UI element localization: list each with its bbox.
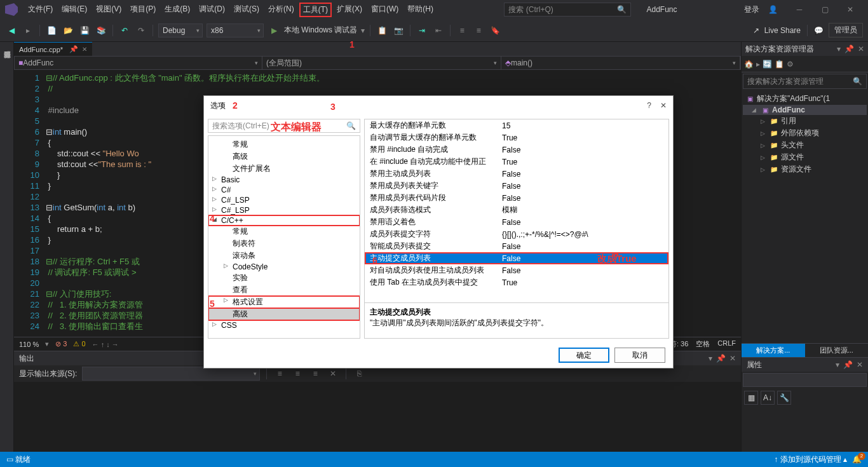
- new-project-button[interactable]: 📄: [45, 24, 58, 37]
- prop-row[interactable]: 成员列表筛选模式模糊: [365, 204, 668, 216]
- opt-node[interactable]: ▷C#_LSP: [208, 195, 360, 205]
- warning-count[interactable]: ⚠ 0: [73, 340, 85, 348]
- options-tree[interactable]: 常规高级文件扩展名▷Basic▷C#▷C#_LSP▷C#_LSP◢C/C++常规…: [208, 136, 360, 333]
- prop-row[interactable]: 禁用 #include 自动完成False: [365, 144, 668, 156]
- sx-tab-team[interactable]: 团队资源...: [805, 344, 869, 357]
- opt-node[interactable]: 文件扩展名: [208, 163, 360, 175]
- quick-search[interactable]: 搜索 (Ctrl+Q) 🔍: [504, 3, 631, 17]
- prop-row[interactable]: 使用 Tab 在主动成员列表中提交True: [365, 276, 668, 288]
- tb-icon[interactable]: 📷: [392, 24, 405, 37]
- nav-scope2[interactable]: (全局范围): [262, 57, 501, 69]
- nav-func[interactable]: ⬘ main(): [501, 57, 740, 69]
- prop-row[interactable]: 禁用语义着色False: [365, 216, 668, 228]
- menu-测试(S)[interactable]: 测试(S): [230, 3, 263, 17]
- opt-node[interactable]: 实验: [208, 272, 360, 284]
- menu-工具(T)[interactable]: 工具(T): [299, 3, 332, 17]
- clear-icon[interactable]: ✕: [327, 367, 339, 380]
- nav-fwd-button[interactable]: ▸: [22, 24, 34, 37]
- nav-back-button[interactable]: ◀: [5, 24, 18, 37]
- opt-node[interactable]: ▷CSS: [208, 320, 360, 330]
- opt-node[interactable]: 常规: [208, 226, 360, 238]
- config-combo[interactable]: Debug: [158, 24, 203, 37]
- prop-row[interactable]: 成员列表提交字符{}[]().,:;+-*/%&|^!=<>?@#\: [365, 228, 668, 240]
- feedback-icon[interactable]: 💬: [814, 26, 824, 35]
- wrench-icon[interactable]: 🔧: [777, 391, 791, 405]
- output-body[interactable]: [14, 382, 741, 452]
- notifications-icon[interactable]: 🔔2: [852, 455, 862, 464]
- opt-node[interactable]: 常规: [208, 139, 360, 151]
- liveshare-label[interactable]: Live Share: [764, 26, 801, 35]
- prop-row[interactable]: 禁用成员列表代码片段False: [365, 192, 668, 204]
- pin-icon[interactable]: ▾: [709, 354, 712, 363]
- tb-icon[interactable]: ≡: [309, 367, 322, 380]
- menu-生成(B)[interactable]: 生成(B): [161, 3, 194, 17]
- tb-icon[interactable]: ≡: [456, 24, 468, 37]
- tree-item[interactable]: ▷📁资源文件: [743, 163, 867, 175]
- sx-search[interactable]: 搜索解决方案资源管理🔍: [743, 74, 867, 89]
- menu-视图(V)[interactable]: 视图(V): [92, 3, 125, 17]
- tb-icon[interactable]: ≡: [472, 24, 485, 37]
- tb-icon[interactable]: 📋: [376, 24, 388, 37]
- save-button[interactable]: 💾: [78, 24, 91, 37]
- tree-item[interactable]: ▷📁源文件: [743, 151, 867, 163]
- prop-row[interactable]: 禁用成员列表关键字False: [365, 180, 668, 192]
- tb-icon[interactable]: ⇥: [416, 24, 428, 37]
- menu-分析(N)[interactable]: 分析(N): [264, 3, 298, 17]
- output-src-combo[interactable]: [82, 367, 260, 381]
- prop-row[interactable]: 禁用主动成员列表False: [365, 168, 668, 180]
- tb-icon[interactable]: ≡: [273, 367, 286, 380]
- opt-node[interactable]: ◢C/C++: [208, 215, 360, 226]
- tb-icon[interactable]: ≡: [291, 367, 304, 380]
- opt-node[interactable]: 高级: [208, 151, 360, 163]
- opt-node[interactable]: 制表符: [208, 238, 360, 250]
- redo-button[interactable]: ↷: [135, 24, 147, 37]
- opt-node[interactable]: ▷C#_LSP: [208, 205, 360, 215]
- tb-icon[interactable]: ⇤: [432, 24, 445, 37]
- solution-tree[interactable]: ▣解决方案"AddFunc"(1 ◢▣AddFunc ▷📁引用▷📁外部依赖项▷📁…: [742, 90, 868, 178]
- liveshare-icon[interactable]: ↗: [753, 26, 759, 35]
- prop-row[interactable]: 自动调节最大缓存的翻译单元数True: [365, 132, 668, 144]
- prop-row[interactable]: 在 #include 自动完成功能中使用正True: [365, 156, 668, 168]
- props-combo[interactable]: [743, 373, 867, 387]
- tb-icon[interactable]: ⎘: [353, 367, 365, 380]
- menu-帮助(H)[interactable]: 帮助(H): [403, 3, 437, 17]
- prop-row[interactable]: 对自动成员列表使用主动成员列表False: [365, 264, 668, 276]
- opt-node[interactable]: 高级: [208, 308, 360, 320]
- menu-项目(P)[interactable]: 项目(P): [126, 3, 159, 17]
- home-icon[interactable]: 🏠: [744, 60, 754, 69]
- platform-combo[interactable]: x86: [207, 24, 264, 37]
- close-button[interactable]: ✕: [837, 1, 863, 18]
- tb-icon[interactable]: 🔄: [763, 60, 772, 69]
- tree-item[interactable]: ▷📁头文件: [743, 139, 867, 151]
- sx-tab-solution[interactable]: 解决方案...: [742, 344, 805, 357]
- ok-button[interactable]: 确定: [559, 348, 609, 363]
- tree-item[interactable]: ▷📁引用: [743, 115, 867, 127]
- opt-node[interactable]: ▷CodeStyle: [208, 262, 360, 272]
- opt-node[interactable]: 滚动条: [208, 250, 360, 262]
- menu-编辑(E)[interactable]: 编辑(E): [58, 3, 91, 17]
- nav-arrows[interactable]: ← ↑ ↓ →: [92, 341, 119, 348]
- help-icon[interactable]: ?: [647, 101, 651, 110]
- close-tab-icon[interactable]: ✕: [82, 46, 87, 53]
- maximize-button[interactable]: ▢: [812, 1, 837, 18]
- login-link[interactable]: 登录: [744, 4, 759, 15]
- options-grid[interactable]: 最大缓存的翻译单元数15自动调节最大缓存的翻译单元数True禁用 #includ…: [364, 119, 669, 303]
- sort-icon[interactable]: A↓: [761, 391, 775, 405]
- menu-窗口(W)[interactable]: 窗口(W): [367, 3, 402, 17]
- opt-node[interactable]: ▷Basic: [208, 175, 360, 185]
- menu-文件(F)[interactable]: 文件(F): [24, 3, 57, 17]
- run-button[interactable]: ▶: [268, 24, 280, 37]
- opt-node[interactable]: 查看: [208, 284, 360, 296]
- error-count[interactable]: ⊘ 3: [55, 340, 67, 348]
- zoom[interactable]: 110 %: [19, 341, 39, 348]
- pin-icon[interactable]: 📌: [716, 354, 726, 363]
- cancel-button[interactable]: 取消: [614, 348, 665, 363]
- nav-scope[interactable]: ■ AddFunc: [15, 57, 262, 69]
- user-icon[interactable]: 👤: [768, 5, 778, 14]
- save-all-button[interactable]: 📚: [95, 24, 107, 37]
- close-icon[interactable]: ✕: [660, 101, 667, 110]
- opt-node[interactable]: ▷格式设置: [208, 296, 360, 308]
- run-label[interactable]: 本地 Windows 调试器: [284, 25, 357, 36]
- tb-icon[interactable]: ⚙: [787, 60, 794, 69]
- categorize-icon[interactable]: ▦: [744, 391, 758, 405]
